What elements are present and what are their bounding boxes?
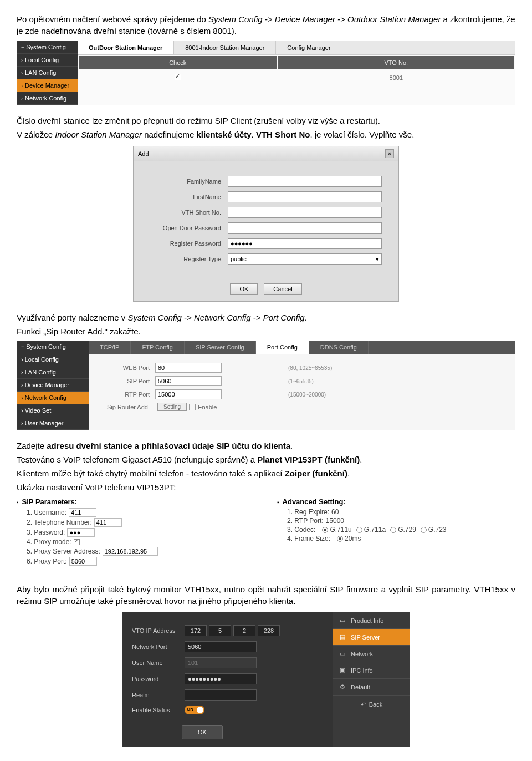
- row-checkbox[interactable]: [175, 74, 181, 80]
- input-firstname[interactable]: [228, 191, 382, 202]
- list-item: 5. Proxy Server Address:: [27, 547, 255, 556]
- tab-bar: OutDoor Station Manager 8001-Indoor Stat…: [78, 41, 515, 55]
- field-label: Network Port: [132, 643, 185, 650]
- tab-config-manager[interactable]: Config Manager: [276, 41, 342, 54]
- sidebar-title[interactable]: −System Config: [17, 41, 78, 54]
- menu-label: Default: [351, 684, 370, 691]
- input-web-port[interactable]: [155, 363, 222, 373]
- ip-octet-input[interactable]: [185, 625, 207, 636]
- dialog-titlebar: Add ×: [134, 146, 398, 161]
- sidebar-item-lan-config[interactable]: ›LAN Config: [17, 67, 78, 79]
- sidebar-item-network-config[interactable]: › Network Config: [17, 392, 89, 404]
- input-field[interactable]: [69, 508, 96, 517]
- input-field[interactable]: [69, 557, 97, 566]
- ok-button[interactable]: OK: [182, 725, 223, 739]
- screenshot-outdoor-station-manager: −System Config ›Local Config ›LAN Config…: [17, 41, 515, 105]
- paragraph-10: Aby bylo možné připojit také bytový moni…: [17, 584, 515, 607]
- enable-status-toggle[interactable]: ON: [185, 706, 204, 714]
- tab-outdoor-station[interactable]: OutDoor Station Manager: [78, 41, 174, 54]
- menu-icon: ▭: [339, 650, 346, 657]
- menu-item[interactable]: ⚙Default: [333, 679, 410, 696]
- radio-20ms[interactable]: [337, 536, 343, 542]
- tab-port-config[interactable]: Port Config: [256, 341, 309, 354]
- text-input[interactable]: [185, 673, 257, 684]
- tab-indoor-station[interactable]: 8001-Indoor Station Manager: [174, 41, 276, 54]
- tab-ddns-config[interactable]: DDNS Config: [309, 341, 369, 354]
- ok-button[interactable]: OK: [230, 283, 258, 295]
- sidebar-item-user-manager[interactable]: › User Manager: [17, 417, 89, 430]
- sidebar-title[interactable]: −System Config: [17, 341, 89, 353]
- input-field[interactable]: [103, 547, 158, 556]
- menu-label: Product Info: [351, 617, 383, 624]
- list-item: 2. Telephone Number:: [27, 518, 255, 527]
- input-rtp-port[interactable]: [155, 389, 222, 399]
- tab-tcpip[interactable]: TCP/IP: [89, 341, 131, 354]
- radio-g723[interactable]: [421, 527, 427, 533]
- menu-icon: ▭: [339, 617, 346, 624]
- menu-item[interactable]: ▭Network: [333, 646, 410, 662]
- list-item: 3. Password:: [27, 528, 255, 537]
- proxy-mode-checkbox[interactable]: [74, 539, 80, 545]
- text-input[interactable]: [185, 689, 257, 701]
- input-familyname[interactable]: [228, 176, 382, 187]
- sidebar-item-local-config[interactable]: › Local Config: [17, 353, 89, 366]
- label-sip-router-add: Sip Router Add.: [100, 404, 155, 410]
- screenshot-sip-parameters: SIP Parameters: 1. Username: 2. Telephon…: [17, 498, 515, 567]
- tab-bar: TCP/IP FTP Config SIP Server Config Port…: [89, 341, 515, 354]
- sidebar: −System Config › Local Config › LAN Conf…: [17, 341, 89, 430]
- table-row: 8001: [79, 70, 514, 85]
- input-vth-short-no[interactable]: [228, 207, 382, 218]
- form-row: Network Port: [132, 641, 323, 652]
- radio-g711a[interactable]: [356, 527, 362, 533]
- paragraph-7: Testováno s VoIP telefonem Gigaset A510 …: [17, 454, 515, 465]
- form-row: User Name: [132, 657, 323, 668]
- station-table: CheckVTO No. 8001: [78, 55, 515, 86]
- form-row: Enable StatusON: [132, 706, 323, 714]
- sidebar-item-device-manager[interactable]: ›Device Manager: [17, 79, 78, 92]
- label-vth-short-no: VTH Short No.: [150, 209, 228, 216]
- sidebar-item-network-config[interactable]: ›Network Config: [17, 92, 78, 105]
- menu-item[interactable]: ▤SIP Server: [333, 629, 410, 646]
- paragraph-9: Ukázka nastavení VoIP telefonu VIP153PT:: [17, 481, 515, 493]
- close-icon[interactable]: ×: [385, 149, 394, 158]
- ip-octet-input[interactable]: [258, 625, 280, 636]
- radio-g711u[interactable]: [322, 527, 328, 533]
- cancel-button[interactable]: Cancel: [264, 283, 301, 295]
- enable-checkbox[interactable]: [189, 404, 196, 410]
- sidebar-item-device-manager[interactable]: › Device Manager: [17, 379, 89, 392]
- input-field[interactable]: [94, 518, 122, 527]
- list-item: 1. Username:: [27, 508, 255, 517]
- input-sip-port[interactable]: [155, 376, 222, 386]
- input-field[interactable]: [67, 528, 95, 537]
- text-input[interactable]: [185, 641, 257, 652]
- radio-g729[interactable]: [390, 527, 396, 533]
- label-register-type: Register Type: [150, 256, 228, 262]
- tab-sip-server-config[interactable]: SIP Server Config: [185, 341, 256, 354]
- form-row: Realm: [132, 689, 323, 701]
- dialog-title: Add: [138, 150, 149, 157]
- row-reg-expire: 1. Reg Expire: 60: [287, 508, 515, 516]
- select-register-type[interactable]: public▾: [228, 253, 382, 265]
- list-item: 6. Proxy Port:: [27, 557, 255, 566]
- menu-item[interactable]: ▣IPC Info: [333, 662, 410, 679]
- screenshot-add-dialog: Add × FamilyName FirstName VTH Short No.…: [133, 146, 399, 302]
- label-register-password: Register Password: [150, 240, 228, 247]
- menu-item[interactable]: ▭Product Info: [333, 612, 410, 629]
- screenshot-vto-sip-settings: VTO IP AddressNetwork PortUser NamePassw…: [122, 612, 410, 747]
- ip-octet-input[interactable]: [233, 625, 255, 636]
- setting-button[interactable]: Setting: [157, 403, 187, 411]
- sidebar-item-video-set[interactable]: › Video Set: [17, 404, 89, 417]
- back-button[interactable]: ↶Back: [333, 696, 410, 714]
- tab-ftp-config[interactable]: FTP Config: [131, 341, 184, 354]
- paragraph-1: Po opětovném načtení webové správy přejd…: [17, 13, 515, 37]
- menu-label: SIP Server: [351, 634, 380, 641]
- input-register-password[interactable]: [228, 238, 382, 249]
- paragraph-4: Využívané porty nalezneme v System Confi…: [17, 312, 515, 323]
- ip-octet-input[interactable]: [209, 625, 231, 636]
- input-open-door-password[interactable]: [228, 222, 382, 234]
- sidebar-item-local-config[interactable]: ›Local Config: [17, 54, 78, 67]
- label-web-port: WEB Port: [100, 364, 155, 371]
- hint-rtp-port: (15000~20000): [288, 392, 326, 398]
- sidebar-item-lan-config[interactable]: › LAN Config: [17, 366, 89, 379]
- menu-label: Network: [351, 651, 373, 657]
